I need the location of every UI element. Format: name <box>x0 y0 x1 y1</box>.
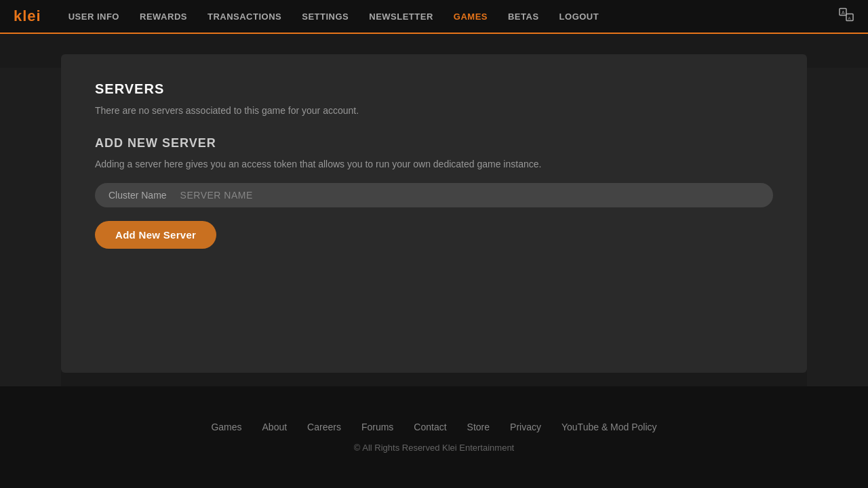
server-name-input[interactable] <box>180 190 760 201</box>
add-server-button[interactable]: Add New Server <box>95 221 216 249</box>
main-content: SERVERS There are no servers associated … <box>0 34 868 386</box>
right-decoration <box>807 68 868 386</box>
logo[interactable]: KLei <box>14 7 41 25</box>
nav-item-rewards[interactable]: REWARDS <box>140 12 187 22</box>
footer-privacy-link[interactable]: Privacy <box>510 422 541 432</box>
footer-youtube-mod-policy-link[interactable]: YouTube & Mod Policy <box>561 422 657 432</box>
nav-item-logout[interactable]: LOGOUT <box>559 12 599 22</box>
add-server-title: ADD NEW SERVER <box>95 136 773 150</box>
main-nav: USER INFO REWARDS TRANSACTIONS SETTINGS … <box>68 12 854 22</box>
nav-item-games[interactable]: GAMES <box>454 12 488 22</box>
nav-item-betas[interactable]: BETAS <box>508 12 539 22</box>
servers-description: There are no servers associated to this … <box>95 105 773 116</box>
nav-item-user-info[interactable]: USER INFO <box>68 12 119 22</box>
nav-item-newsletter[interactable]: NEWSLETTER <box>369 12 433 22</box>
header: KLei USER INFO REWARDS TRANSACTIONS SETT… <box>0 0 868 34</box>
footer-games-link[interactable]: Games <box>211 422 241 432</box>
nav-item-transactions[interactable]: TRANSACTIONS <box>208 12 281 22</box>
footer-links: Games About Careers Forums Contact Store… <box>211 422 656 432</box>
footer-copyright: © All Rights Reserved Klei Entertainment <box>354 443 514 453</box>
footer-forums-link[interactable]: Forums <box>361 422 393 432</box>
footer: Games About Careers Forums Contact Store… <box>0 386 868 488</box>
translate-icon[interactable]: A A <box>838 7 854 26</box>
footer-about-link[interactable]: About <box>262 422 288 432</box>
cluster-label: Cluster Name <box>108 190 167 201</box>
server-input-container: Cluster Name <box>95 183 773 207</box>
left-decoration <box>0 68 61 386</box>
servers-card: SERVERS There are no servers associated … <box>61 54 807 373</box>
footer-store-link[interactable]: Store <box>467 422 490 432</box>
svg-text:A: A <box>842 10 845 15</box>
svg-text:A: A <box>848 16 851 20</box>
footer-careers-link[interactable]: Careers <box>307 422 341 432</box>
nav-item-settings[interactable]: SETTINGS <box>302 12 349 22</box>
add-server-description: Adding a server here gives you an access… <box>95 159 773 169</box>
footer-contact-link[interactable]: Contact <box>414 422 446 432</box>
servers-title: SERVERS <box>95 81 773 97</box>
